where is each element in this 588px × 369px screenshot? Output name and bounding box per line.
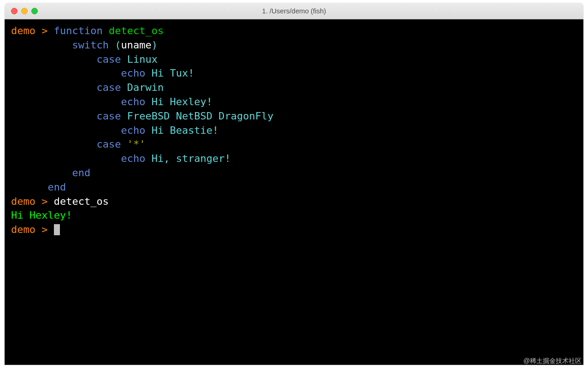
echo-text: Hi Beastie! (152, 125, 219, 136)
keyword-echo: echo (121, 125, 145, 136)
keyword-echo: echo (121, 96, 145, 107)
prompt-symbol: > (35, 224, 54, 235)
traffic-lights (5, 8, 38, 14)
case-arg-linux: Linux (127, 54, 158, 65)
watermark: @稀土掘金技术社区 (523, 357, 582, 365)
keyword-echo: echo (121, 153, 145, 164)
case-arg-bsd: FreeBSD NetBSD DragonFly (127, 110, 274, 122)
keyword-case: case (96, 82, 121, 93)
window-title: 1. /Users/demo (fish) (262, 7, 326, 15)
keyword-echo: echo (121, 67, 145, 79)
maximize-icon[interactable] (31, 8, 38, 14)
function-name: detect_os (109, 25, 164, 36)
prompt-user: demo (11, 196, 35, 207)
echo-text: Hi Tux! (152, 67, 194, 79)
keyword-end: end (72, 167, 90, 179)
prompt-symbol: > (35, 196, 54, 207)
command-output: Hi Hexley! (11, 209, 72, 221)
titlebar[interactable]: 1. /Users/demo (fish) (5, 3, 583, 19)
terminal-body[interactable]: demo > function detect_os switch (uname)… (5, 19, 583, 365)
prompt-symbol: > (35, 25, 54, 36)
case-arg-star: '*' (127, 138, 146, 150)
keyword-case: case (96, 110, 121, 122)
keyword-function: function (54, 25, 103, 36)
paren-open: ( (115, 39, 121, 51)
keyword-case: case (96, 54, 121, 65)
prompt-user: demo (11, 25, 35, 36)
echo-text: Hi Hexley! (152, 96, 212, 107)
keyword-end: end (47, 181, 66, 193)
keyword-case: case (96, 138, 121, 150)
close-icon[interactable] (11, 8, 18, 14)
minimize-icon[interactable] (21, 8, 28, 14)
cmd-uname: uname (121, 39, 151, 51)
case-arg-darwin: Darwin (127, 82, 164, 93)
prompt-user: demo (11, 224, 35, 235)
keyword-switch: switch (72, 39, 108, 51)
paren-close: ) (152, 39, 158, 51)
cursor[interactable] (54, 224, 60, 235)
command-invocation: detect_os (54, 196, 109, 207)
terminal-window: 1. /Users/demo (fish) demo > function de… (5, 3, 583, 365)
echo-text: Hi, stranger! (152, 153, 231, 164)
